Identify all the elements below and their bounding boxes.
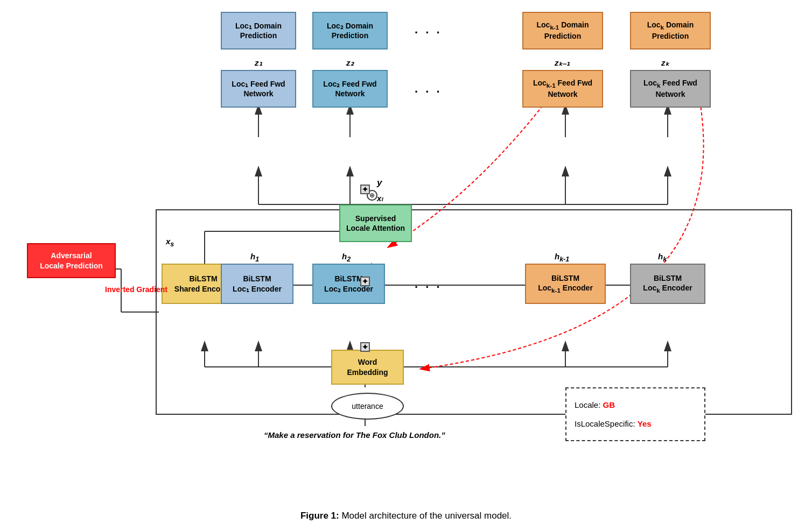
lock-encoder-label: BiLSTMLock Encoder	[643, 273, 692, 294]
supervised-locale-label: SupervisedLocale Attention	[346, 214, 405, 233]
utterance-ellipse: utterance	[331, 393, 404, 420]
is-locale-label: IsLocaleSpecific:	[575, 419, 638, 428]
hk1-label: hk-1	[555, 252, 569, 263]
zk-label: zₖ	[661, 58, 669, 68]
figure-caption: Figure 1: Model architecture of the univ…	[0, 511, 812, 521]
z1-label: z₁	[255, 58, 262, 68]
dots-ffwd: . . .	[415, 82, 442, 96]
adversarial-label: AdversarialLocale Prediction	[40, 251, 103, 270]
distributor-node-bottom: ✦	[360, 342, 370, 352]
z2-label: z₂	[346, 58, 354, 68]
loc1-domain-label: Loc₁ Domain Prediction	[225, 21, 292, 40]
loc1-encoder-box: BiLSTMLoc₁ Encoder	[221, 264, 293, 304]
lock1-domain-box: Lock-1 DomainPrediction	[522, 12, 603, 49]
diagram-container: Loc₁ Domain Prediction Loc₂ Domain Predi…	[0, 0, 812, 500]
lock1-domain-label: Lock-1 DomainPrediction	[537, 20, 589, 41]
loc1-ffwd-box: Loc₁ Feed FwdNetwork	[221, 70, 296, 108]
utterance-label: utterance	[352, 402, 383, 410]
caption-text: Model architecture of the universal mode…	[341, 511, 512, 521]
loc2-ffwd-label: Loc₂ Feed FwdNetwork	[323, 79, 376, 98]
lock1-ffwd-box: Lock-1 Feed FwdNetwork	[522, 70, 603, 108]
loc2-ffwd-box: Loc₂ Feed FwdNetwork	[312, 70, 388, 108]
lock1-encoder-box: BiLSTMLock-1 Encoder	[525, 264, 606, 304]
locale-label: Locale:	[575, 400, 603, 409]
locale-gb-value: GB	[603, 400, 615, 409]
word-embedding-box: WordEmbedding	[331, 350, 404, 385]
lock-domain-box: Lock DomainPrediction	[630, 12, 711, 49]
loc2-domain-label: Loc₂ Domain Prediction	[317, 21, 383, 40]
xl-label: xₗ	[377, 194, 382, 203]
inverted-gradient-label: Inverted Gradient	[105, 285, 167, 294]
zk1-label: zₖ₋₁	[555, 58, 570, 68]
supervised-locale-box: SupervisedLocale Attention	[339, 204, 412, 242]
hk-label: hk	[658, 252, 667, 263]
lock-ffwd-box: Lock Feed FwdNetwork	[630, 70, 711, 108]
svg-rect-3	[156, 210, 792, 414]
y-label: y	[377, 178, 382, 188]
locale-specific-line: IsLocaleSpecific: Yes	[575, 416, 652, 431]
loc1-ffwd-label: Loc₁ Feed FwdNetwork	[232, 79, 285, 98]
dots-top: . . .	[415, 23, 442, 37]
loc1-domain-box: Loc₁ Domain Prediction	[221, 12, 296, 49]
caption-bold: Figure 1:	[300, 511, 339, 521]
loc2-encoder-box: BiLSTMLoc₂ Encoder	[312, 264, 385, 304]
locale-gb-line: Locale: GB	[575, 398, 615, 412]
lock-ffwd-label: Lock Feed FwdNetwork	[643, 78, 697, 99]
adversarial-box: AdversarialLocale Prediction	[27, 243, 116, 278]
dots-encoders: . . .	[415, 277, 442, 291]
lock-domain-label: Lock DomainPrediction	[647, 20, 694, 41]
h2-label: h2	[342, 252, 351, 263]
h-merge-node: ✦	[360, 277, 370, 286]
lock-encoder-box: BiLSTMLock Encoder	[630, 264, 705, 304]
loc1-encoder-label: BiLSTMLoc₁ Encoder	[233, 274, 282, 293]
locale-yes-value: Yes	[638, 419, 652, 428]
xs-label: xs	[166, 237, 174, 248]
locale-info-box: Locale: GB IsLocaleSpecific: Yes	[565, 387, 705, 441]
loc2-domain-box: Loc₂ Domain Prediction	[312, 12, 388, 49]
h1-label: h1	[250, 252, 259, 263]
lock1-ffwd-label: Lock-1 Feed FwdNetwork	[533, 78, 592, 99]
quote-text: “Make a reservation for The Fox Club Lon…	[264, 430, 445, 440]
lock1-encoder-label: BiLSTMLock-1 Encoder	[538, 273, 593, 294]
word-embedding-label: WordEmbedding	[347, 357, 388, 377]
y-distributor-node: ✦	[360, 185, 370, 194]
